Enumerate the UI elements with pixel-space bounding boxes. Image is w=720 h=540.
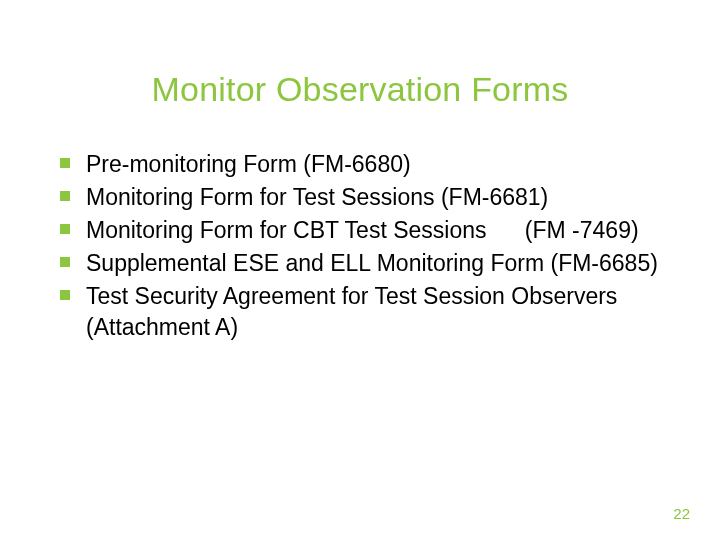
page-number: 22 [673, 505, 690, 522]
list-item: Pre-monitoring Form (FM-6680) [60, 149, 670, 180]
list-item: Monitoring Form for Test Sessions (FM-66… [60, 182, 670, 213]
bullet-list: Pre-monitoring Form (FM-6680) Monitoring… [60, 149, 670, 343]
list-item: Monitoring Form for CBT Test Sessions (F… [60, 215, 670, 246]
list-item: Test Security Agreement for Test Session… [60, 281, 670, 343]
list-item: Supplemental ESE and ELL Monitoring Form… [60, 248, 670, 279]
slide: Monitor Observation Forms Pre-monitoring… [0, 0, 720, 540]
slide-title: Monitor Observation Forms [50, 70, 670, 109]
